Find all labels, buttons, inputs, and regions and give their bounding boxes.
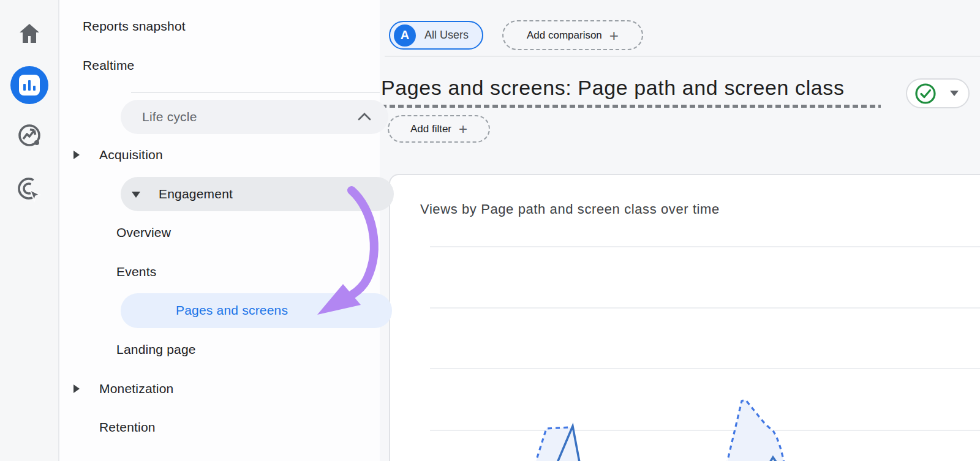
sidebar-item-overview[interactable]: Overview (116, 225, 171, 241)
add-comparison-label: Add comparison (527, 29, 602, 42)
sidebar-item-pages-and-screens[interactable]: Pages and screens (121, 293, 392, 328)
sidebar-item-realtime[interactable]: Realtime (83, 58, 134, 73)
check-circle-icon (914, 83, 937, 105)
advertising-icon[interactable] (15, 175, 43, 206)
add-filter-label: Add filter (410, 123, 451, 135)
sidebar-item-acquisition[interactable]: Acquisition (99, 147, 163, 163)
chart-title: Views by Page path and screen class over… (420, 201, 720, 217)
plus-icon: + (609, 29, 619, 42)
plus-icon: + (459, 123, 467, 135)
sidebar-item-reports-snapshot[interactable]: Reports snapshot (83, 18, 186, 34)
reports-icon[interactable] (10, 66, 48, 104)
nav-item-label: Pages and screens (176, 302, 288, 318)
segment-label: All Users (424, 29, 469, 42)
explore-icon[interactable] (15, 122, 43, 152)
page-title: Pages and screens: Page path and screen … (381, 76, 845, 100)
sidebar-item-engagement[interactable]: Engagement (121, 177, 394, 211)
add-comparison-button[interactable]: Add comparison + (502, 20, 643, 50)
title-dashed-underline (381, 105, 881, 108)
header-divider (385, 56, 980, 57)
caret-right-icon[interactable] (74, 384, 80, 393)
home-icon[interactable] (18, 23, 41, 47)
all-users-segment-chip[interactable]: A All Users (389, 21, 483, 50)
bar-chart-glyph (19, 75, 40, 96)
reports-sidebar: Reports snapshot Realtime Life cycle Acq… (59, 0, 380, 461)
nav-item-label: Engagement (159, 186, 233, 202)
sidebar-divider (131, 92, 380, 93)
app-nav-rail (0, 0, 59, 461)
segment-avatar: A (394, 24, 416, 47)
views-over-time-card: Views by Page path and screen class over… (389, 174, 980, 461)
dropdown-caret-icon (950, 91, 959, 96)
sidebar-item-events[interactable]: Events (116, 264, 156, 280)
report-status-dropdown[interactable] (906, 78, 970, 108)
add-filter-button[interactable]: Add filter + (388, 115, 490, 143)
caret-right-icon[interactable] (74, 151, 80, 159)
caret-down-icon (132, 192, 140, 198)
sidebar-item-retention[interactable]: Retention (99, 419, 156, 435)
chevron-up-icon (358, 112, 371, 121)
sidebar-item-landing-page[interactable]: Landing page (116, 342, 196, 358)
sidebar-item-monetization[interactable]: Monetization (99, 381, 173, 397)
sidebar-section-life-cycle[interactable]: Life cycle (121, 100, 388, 134)
section-label: Life cycle (142, 109, 197, 125)
